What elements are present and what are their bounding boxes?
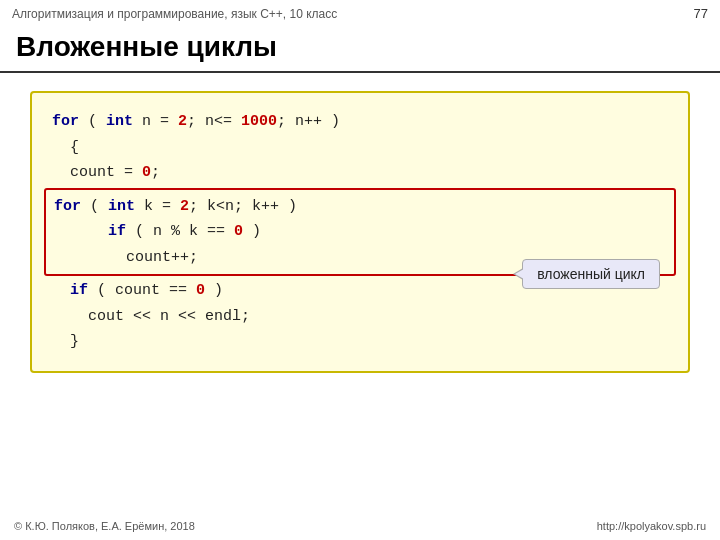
- title-section: Вложенные циклы: [0, 27, 720, 73]
- tooltip: вложенный цикл: [522, 259, 660, 289]
- code-line-3: count = 0;: [52, 160, 668, 186]
- code-line-5: if ( n % k == 0 ): [54, 219, 666, 245]
- code-line-8: cout << n << endl;: [52, 304, 668, 330]
- header: Алгоритмизация и программирование, язык …: [0, 0, 720, 27]
- footer-left: © К.Ю. Поляков, Е.А. Ерёмин, 2018: [14, 520, 195, 532]
- main-content: for ( int n = 2; n<= 1000; n++ ) { count…: [0, 91, 720, 373]
- code-line-9: }: [52, 329, 668, 355]
- code-block: for ( int n = 2; n<= 1000; n++ ) { count…: [30, 91, 690, 373]
- footer: © К.Ю. Поляков, Е.А. Ерёмин, 2018 http:/…: [0, 520, 720, 532]
- code-line-1: for ( int n = 2; n<= 1000; n++ ): [52, 109, 668, 135]
- course-label: Алгоритмизация и программирование, язык …: [12, 7, 337, 21]
- code-line-4: for ( int k = 2; k<n; k++ ): [54, 194, 666, 220]
- page-title: Вложенные циклы: [16, 31, 277, 62]
- footer-right: http://kpolyakov.spb.ru: [597, 520, 706, 532]
- code-line-2: {: [52, 135, 668, 161]
- page-number: 77: [694, 6, 708, 21]
- tooltip-label: вложенный цикл: [537, 266, 645, 282]
